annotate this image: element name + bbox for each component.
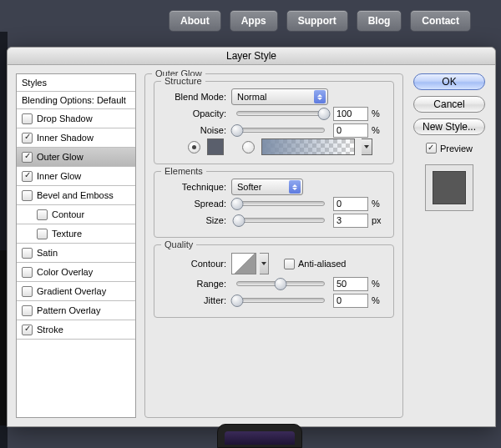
style-pattern-overlay[interactable]: Pattern Overlay xyxy=(17,301,135,320)
nav-blog[interactable]: Blog xyxy=(357,10,402,32)
style-label: Satin xyxy=(37,248,58,258)
style-texture[interactable]: Texture xyxy=(17,224,135,243)
group-structure: Structure Blend Mode: Normal Opacity: % xyxy=(154,81,394,164)
noise-input[interactable] xyxy=(333,123,368,138)
range-slider[interactable] xyxy=(236,281,325,286)
jitter-input[interactable] xyxy=(333,294,368,308)
checkbox-icon[interactable] xyxy=(22,286,33,297)
nav-contact[interactable]: Contact xyxy=(410,10,471,32)
cancel-button[interactable]: Cancel xyxy=(413,96,485,113)
settings-panel: Outer Glow Structure Blend Mode: Normal … xyxy=(144,73,403,418)
dialog-title: Layer Style xyxy=(8,48,495,65)
style-outer-glow[interactable]: Outer Glow xyxy=(17,148,135,166)
checkbox-icon[interactable] xyxy=(22,113,33,124)
styles-header[interactable]: Styles xyxy=(17,74,135,91)
blending-options[interactable]: Blending Options: Default xyxy=(17,92,135,108)
blend-mode-select[interactable]: Normal xyxy=(231,88,328,105)
style-gradient-overlay[interactable]: Gradient Overlay xyxy=(17,282,135,300)
checkbox-icon[interactable] xyxy=(22,267,33,278)
style-inner-glow[interactable]: Inner Glow xyxy=(17,167,135,185)
checkbox-icon[interactable] xyxy=(22,133,33,143)
style-inner-shadow[interactable]: Inner Shadow xyxy=(17,128,135,147)
select-arrows-icon xyxy=(314,90,326,103)
layer-style-dialog: Layer Style Styles Blending Options: Def… xyxy=(7,47,496,427)
style-label: Pattern Overlay xyxy=(37,305,100,315)
glow-color-radio[interactable] xyxy=(188,141,200,154)
unit: px xyxy=(372,215,385,225)
unit: % xyxy=(372,199,385,209)
legend: Structure xyxy=(161,76,205,86)
style-bevel-emboss[interactable]: Bevel and Emboss xyxy=(17,186,135,204)
ok-button[interactable]: OK xyxy=(413,73,485,90)
label-technique: Technique: xyxy=(163,182,228,192)
glow-gradient-radio[interactable] xyxy=(242,141,255,154)
glow-gradient-swatch[interactable] xyxy=(261,138,355,155)
phone-mock xyxy=(217,424,302,448)
style-label: Inner Glow xyxy=(37,171,81,181)
anti-aliased-checkbox[interactable] xyxy=(284,259,295,269)
checkbox-icon[interactable] xyxy=(22,190,33,201)
legend: Elements xyxy=(161,166,206,176)
group-quality: Quality Contour: Anti-aliased Range: % xyxy=(154,244,394,318)
style-satin[interactable]: Satin xyxy=(17,244,135,262)
unit: % xyxy=(372,295,385,305)
select-arrows-icon xyxy=(289,180,301,194)
range-input[interactable] xyxy=(333,277,368,291)
style-label: Contour xyxy=(52,209,84,219)
checkbox-icon[interactable] xyxy=(22,305,33,316)
nav-apps[interactable]: Apps xyxy=(230,10,278,32)
style-label: Drop Shadow xyxy=(37,113,93,123)
style-label: Gradient Overlay xyxy=(37,286,106,296)
style-contour[interactable]: Contour xyxy=(17,205,135,224)
label-range: Range: xyxy=(163,279,228,289)
contour-dropdown-icon[interactable] xyxy=(260,253,269,274)
size-input[interactable] xyxy=(333,214,368,228)
label-noise: Noise: xyxy=(163,125,228,135)
label-preview: Preview xyxy=(440,143,473,154)
contour-swatch[interactable] xyxy=(231,253,256,274)
checkbox-icon[interactable] xyxy=(37,229,48,239)
jitter-slider[interactable] xyxy=(236,298,325,303)
checkbox-icon[interactable] xyxy=(22,248,33,259)
style-drop-shadow[interactable]: Drop Shadow xyxy=(17,109,135,128)
new-style-button[interactable]: New Style... xyxy=(413,118,485,135)
label-anti-aliased: Anti-aliased xyxy=(298,259,346,269)
size-slider[interactable] xyxy=(236,218,325,223)
nav-about[interactable]: About xyxy=(169,10,221,32)
checkbox-icon[interactable] xyxy=(22,152,33,163)
select-value: Softer xyxy=(237,182,261,192)
label-size: Size: xyxy=(163,215,228,225)
style-stroke[interactable]: Stroke xyxy=(17,320,135,339)
label-opacity: Opacity: xyxy=(163,108,228,118)
nav-support[interactable]: Support xyxy=(286,10,348,32)
checkbox-icon[interactable] xyxy=(22,171,33,182)
style-label: Color Overlay xyxy=(37,267,93,277)
group-outer-glow: Outer Glow Structure Blend Mode: Normal … xyxy=(144,73,403,418)
dialog-buttons: OK Cancel New Style... Preview xyxy=(412,73,487,418)
opacity-input[interactable] xyxy=(333,107,368,121)
label-jitter: Jitter: xyxy=(163,295,228,305)
site-nav: About Apps Support Blog Contact xyxy=(169,10,471,32)
opacity-slider[interactable] xyxy=(236,111,325,116)
unit: % xyxy=(372,125,385,135)
style-label: Texture xyxy=(52,229,82,239)
spread-input[interactable] xyxy=(333,197,368,211)
spread-slider[interactable] xyxy=(236,201,325,206)
group-elements: Elements Technique: Softer Spread: % xyxy=(154,171,394,238)
preview-checkbox[interactable] xyxy=(426,143,437,154)
checkbox-icon[interactable] xyxy=(22,325,33,335)
label-contour: Contour: xyxy=(163,259,228,269)
styles-list: Styles Blending Options: Default Drop Sh… xyxy=(16,73,136,418)
technique-select[interactable]: Softer xyxy=(231,179,303,195)
style-label: Bevel and Emboss xyxy=(37,190,114,200)
gradient-dropdown-icon[interactable] xyxy=(362,138,372,155)
style-color-overlay[interactable]: Color Overlay xyxy=(17,263,135,281)
checkbox-icon[interactable] xyxy=(37,209,48,220)
label-blendmode: Blend Mode: xyxy=(163,92,228,102)
unit: % xyxy=(372,279,385,289)
style-label: Outer Glow xyxy=(37,152,84,162)
style-label: Inner Shadow xyxy=(37,133,94,143)
noise-slider[interactable] xyxy=(236,128,325,133)
glow-color-swatch[interactable] xyxy=(207,138,224,155)
label-spread: Spread: xyxy=(163,199,228,209)
